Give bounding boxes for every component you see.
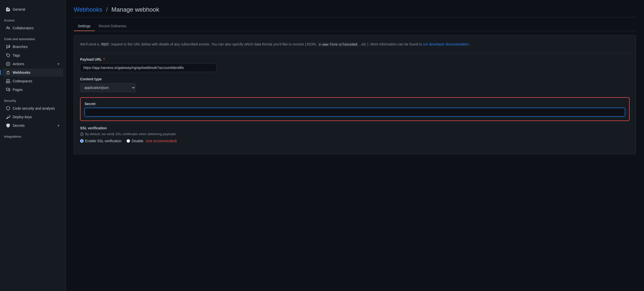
main-content: Webhooks / Manage webhook Settings Recen… [66, 0, 644, 291]
ssl-enable-label: Enable SSL verification [85, 139, 121, 143]
sidebar-item-actions[interactable]: Actions ▾ [2, 60, 63, 68]
ssl-title: SSL verification [80, 126, 630, 130]
sidebar: General Access Collaborators Code and au… [0, 0, 66, 291]
key-icon [6, 115, 10, 119]
info-description: We'll send a POST request to the URL bel… [80, 41, 630, 47]
sidebar-item-branches[interactable]: Branches [2, 43, 63, 51]
gear-icon [6, 7, 10, 11]
info-text-part2: request to the URL below with details of… [111, 42, 317, 46]
codespaces-label: Codespaces [13, 79, 32, 83]
ssl-not-recommended-label: (not recommended) [146, 139, 177, 143]
sidebar-item-pages[interactable]: Pages [2, 86, 63, 94]
content-type-label: Content type [80, 77, 630, 81]
webhook-icon [6, 70, 10, 75]
ssl-description: By default, we verify SSL certificates w… [80, 132, 630, 136]
sidebar-item-codespaces[interactable]: Codespaces [2, 77, 63, 85]
ssl-disable-label: Disable [132, 139, 143, 143]
sidebar-section-code-automation: Code and automation [0, 32, 65, 42]
info-text-part5: . [470, 42, 471, 46]
payload-url-input[interactable] [80, 63, 216, 72]
tab-settings[interactable]: Settings [74, 21, 95, 31]
info-code-post: POST [100, 42, 110, 46]
tags-label: Tags [13, 53, 20, 57]
tag-icon [6, 53, 10, 57]
breadcrumb-current: Manage webhook [111, 6, 159, 13]
divider-1 [80, 53, 630, 53]
secret-section: Secret [80, 97, 630, 121]
secrets-chevron-icon: ▾ [58, 124, 59, 128]
sidebar-item-tags[interactable]: Tags [2, 51, 63, 59]
sidebar-item-general[interactable]: General [2, 5, 63, 13]
webhook-form: We'll send a POST request to the URL bel… [74, 35, 636, 154]
sidebar-item-general-label: General [13, 7, 25, 11]
payload-url-group: Payload URL * [80, 57, 630, 72]
sidebar-item-webhooks[interactable]: Webhooks [2, 68, 63, 77]
play-icon [6, 62, 10, 66]
webhooks-label: Webhooks [13, 70, 31, 75]
git-branch-icon [6, 45, 10, 49]
sidebar-section-integrations: Integrations [0, 130, 65, 140]
content-type-group: Content type application/json applicatio… [80, 77, 630, 92]
secret-input[interactable] [85, 108, 625, 116]
branches-label: Branches [13, 45, 28, 49]
page-header: Webhooks / Manage webhook [74, 6, 636, 17]
deploy-keys-label: Deploy keys [13, 115, 32, 119]
info-code-etc: etc [361, 42, 366, 46]
sidebar-section-security: Security [0, 94, 65, 104]
codespaces-icon [6, 79, 10, 83]
info-code-form: x-www-form-urlencoded [318, 42, 359, 46]
content-type-select[interactable]: application/json application/x-www-form-… [80, 83, 136, 92]
ssl-section: SSL verification By default, we verify S… [80, 126, 630, 143]
breadcrumb-separator: / [106, 6, 108, 13]
shield-icon [6, 106, 10, 110]
ssl-disable-option[interactable]: Disable (not recommended) [127, 139, 177, 143]
ssl-radio-group: Enable SSL verification Disable (not rec… [80, 139, 630, 143]
actions-label: Actions [13, 62, 24, 66]
collaborators-label: Collaborators [13, 26, 34, 30]
sidebar-item-deploy-keys[interactable]: Deploy keys [2, 113, 63, 121]
sidebar-item-collaborators[interactable]: Collaborators [2, 24, 63, 32]
info-text-part4: ). More information can be found in [367, 42, 423, 46]
lock-icon [80, 132, 84, 136]
secrets-label: Secrets [13, 124, 24, 128]
info-text-part1: We'll send a [80, 42, 100, 46]
tab-recent-deliveries[interactable]: Recent Deliveries [95, 21, 131, 31]
developer-docs-link[interactable]: our developer documentation [423, 42, 469, 46]
pages-icon [6, 88, 10, 92]
sidebar-item-code-security[interactable]: Code security and analysis [2, 104, 63, 112]
actions-chevron-icon: ▾ [58, 62, 59, 66]
code-security-label: Code security and analysis [13, 106, 55, 110]
ssl-enable-radio[interactable] [80, 139, 84, 143]
tabs-bar: Settings Recent Deliveries [74, 21, 636, 31]
breadcrumb-webhooks[interactable]: Webhooks [74, 6, 102, 13]
pages-label: Pages [13, 88, 23, 92]
payload-url-required: * [102, 57, 105, 61]
secret-icon [6, 124, 10, 128]
secret-label: Secret [85, 102, 625, 106]
payload-url-label: Payload URL * [80, 57, 630, 61]
people-icon [6, 26, 10, 30]
sidebar-section-access: Access [0, 14, 65, 24]
ssl-enable-option[interactable]: Enable SSL verification [80, 139, 121, 143]
ssl-disable-radio[interactable] [127, 139, 130, 143]
info-text-part3: , [359, 42, 361, 46]
sidebar-item-secrets[interactable]: Secrets ▾ [2, 122, 63, 130]
